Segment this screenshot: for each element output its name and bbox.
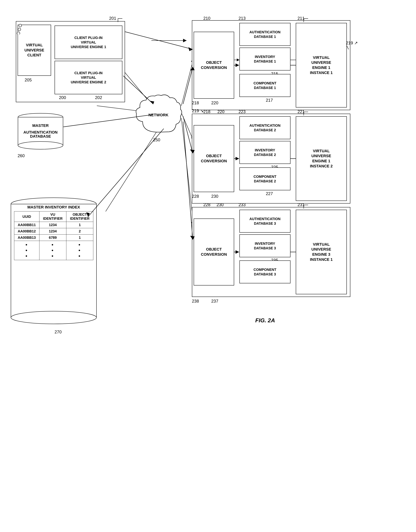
obj-conv3-box: OBJECTCONVERSION <box>194 218 234 286</box>
ref-270: 270 <box>55 330 62 335</box>
ref-213: 213 <box>238 16 246 21</box>
svg-line-34 <box>125 32 193 49</box>
col-uuid: UUID <box>14 211 39 222</box>
auth-db3-label: AUTHENTICATIONDATABASE 3 <box>249 217 280 226</box>
plugin1-label: CLIENT PLUG-INVIRTUALUNIVERSE ENGINE 1 <box>71 35 106 49</box>
ref-217: 217 <box>266 98 273 103</box>
ref-219-label: 219 ↘ <box>192 108 204 113</box>
obj-conv2-label: OBJECTCONVERSION <box>201 154 227 164</box>
master-inventory-title: MASTER INVENTORY INDEX <box>14 204 93 211</box>
master-auth-cylinder: MASTER AUTHENTICATION DATABASE <box>18 113 63 152</box>
vu-engine2-instance2-label: VIRTUALUNIVERSEENGINE 1INSTANCE 2 <box>310 148 332 169</box>
vu-engine3-instance1-label: VIRTUALUNIVERSEENGINE 3INSTANCE 1 <box>310 242 332 262</box>
decorative-circles <box>17 22 27 34</box>
inv-db2-box: INVENTORYDATABASE 2 <box>239 141 291 164</box>
col-vu-id: VUIDENTIFIER <box>39 211 66 222</box>
ref-230: 230 <box>211 194 218 199</box>
svg-text:DATABASE: DATABASE <box>30 134 51 138</box>
network-cloud: NETWORK <box>134 93 183 136</box>
inv-db3-label: INVENTORYDATABASE 3 <box>254 241 276 250</box>
comp-db2-box: COMPONENTDATABASE 2 <box>239 167 291 190</box>
svg-line-37 <box>88 129 164 217</box>
svg-point-28 <box>11 311 96 324</box>
auth-db2-label: AUTHENTICATIONDATABASE 2 <box>249 123 280 132</box>
figure-label: FIG. 2A <box>255 317 275 324</box>
svg-marker-4 <box>183 39 187 42</box>
plugin2-label: CLIENT PLUG-INVIRTUALUNIVERSE ENGINE 2 <box>71 71 106 84</box>
client-label: VIRTUAL UNIVERSE CLIENT <box>18 43 51 58</box>
ref-260: 260 <box>18 153 25 158</box>
comp-db2-label: COMPONENTDATABASE 2 <box>254 174 276 183</box>
ref-210b: 218 <box>203 109 210 114</box>
inv-db1-label: INVENTORYDATABASE 1 <box>254 54 276 64</box>
ref-202: 202 <box>95 95 102 100</box>
inv-db3-box: INVENTORYDATABASE 3 <box>239 234 291 257</box>
ref-228b: 228 <box>203 202 210 207</box>
ref-250: 250 <box>153 138 160 142</box>
ref-219: 219 ↗ <box>346 40 358 45</box>
ref-205: 205 <box>25 78 32 82</box>
vu-engine3-instance1-box: VIRTUALUNIVERSEENGINE 3INSTANCE 1 <box>296 210 347 294</box>
table-row: AA00BB11 1234 1 <box>14 222 93 228</box>
svg-line-39 <box>183 67 193 104</box>
vu-engine1-instance1-label: VIRTUALUNIVERSEENGINE 1INSTANCE 1 <box>310 55 332 75</box>
svg-text:AUTHENTICATION: AUTHENTICATION <box>23 130 57 134</box>
ref-211: 211 <box>298 16 304 21</box>
master-inventory-table: UUID VUIDENTIFIER OBJECTIDENTIFIER AA00B… <box>14 211 93 260</box>
ref-231: 231 <box>298 202 304 207</box>
obj-conv3-label: OBJECTCONVERSION <box>201 247 227 257</box>
comp-db1-label: COMPONENTDATABASE 1 <box>254 81 276 90</box>
ref-220: 220 <box>211 100 218 105</box>
svg-line-41 <box>183 116 193 153</box>
ref-237: 237 <box>211 299 218 304</box>
svg-line-12 <box>106 123 162 211</box>
ref-233: 233 <box>238 202 246 207</box>
ref-221: 221 <box>298 109 304 114</box>
ref-210: 210 <box>203 16 210 21</box>
ref-201: 201 <box>109 16 116 21</box>
auth-db1-box: AUTHENTICATIONDATABASE 1 <box>239 23 291 46</box>
comp-db3-label: COMPONENTDATABASE 3 <box>254 267 276 276</box>
obj-conv2-box: OBJECTCONVERSION <box>194 125 234 192</box>
master-inventory-table-container: MASTER INVENTORY INDEX UUID VUIDENTIFIER… <box>14 204 93 260</box>
svg-point-64 <box>18 28 21 31</box>
vu-engine2-instance2-box: VIRTUALUNIVERSEENGINE 1INSTANCE 2 <box>296 116 347 201</box>
vu-engine1-instance1-box: VIRTUALUNIVERSEENGINE 1INSTANCE 1 <box>296 23 347 108</box>
plugin2-box: CLIENT PLUG-INVIRTUALUNIVERSE ENGINE 2 <box>55 61 122 94</box>
inv-db1-box: INVENTORYDATABASE 1 <box>239 48 291 70</box>
ref-220b: 220 <box>217 109 225 114</box>
col-obj-id: OBJECTIDENTIFIER <box>66 211 93 222</box>
auth-db2-box: AUTHENTICATIONDATABASE 2 <box>239 116 291 139</box>
ref-238: 238 <box>192 299 199 304</box>
svg-line-43 <box>183 122 193 240</box>
ref-200: 200 <box>59 95 66 100</box>
ref-230b: 230 <box>217 202 224 207</box>
obj-conv1-label: OBJECTCONVERSION <box>201 60 227 70</box>
svg-text:NETWORK: NETWORK <box>148 113 169 117</box>
comp-db1-box: COMPONENTDATABASE 1 <box>239 74 291 97</box>
svg-text:MASTER: MASTER <box>32 123 49 128</box>
comp-db3-box: COMPONENTDATABASE 3 <box>239 260 291 283</box>
inv-db2-label: INVENTORYDATABASE 2 <box>254 148 276 157</box>
ref-227: 227 <box>266 191 273 196</box>
svg-point-63 <box>19 24 22 27</box>
auth-db1-label: AUTHENTICATIONDATABASE 1 <box>249 30 280 39</box>
ref-228: 228 <box>192 194 199 199</box>
table-row: AA00BB12 1234 2 <box>14 228 93 235</box>
obj-conv1-box: OBJECTCONVERSION <box>194 32 234 99</box>
ref-218: 218 <box>192 100 199 105</box>
ref-223: 223 <box>238 109 246 114</box>
svg-point-65 <box>17 32 20 34</box>
svg-point-21 <box>18 141 63 149</box>
plugin1-box: CLIENT PLUG-INVIRTUALUNIVERSE ENGINE 1 <box>55 26 122 59</box>
table-row: AA00BB13 6789 1 <box>14 235 93 241</box>
auth-db3-box: AUTHENTICATIONDATABASE 3 <box>239 210 291 233</box>
table-row-dots: ••• ••• ••• <box>14 241 93 260</box>
